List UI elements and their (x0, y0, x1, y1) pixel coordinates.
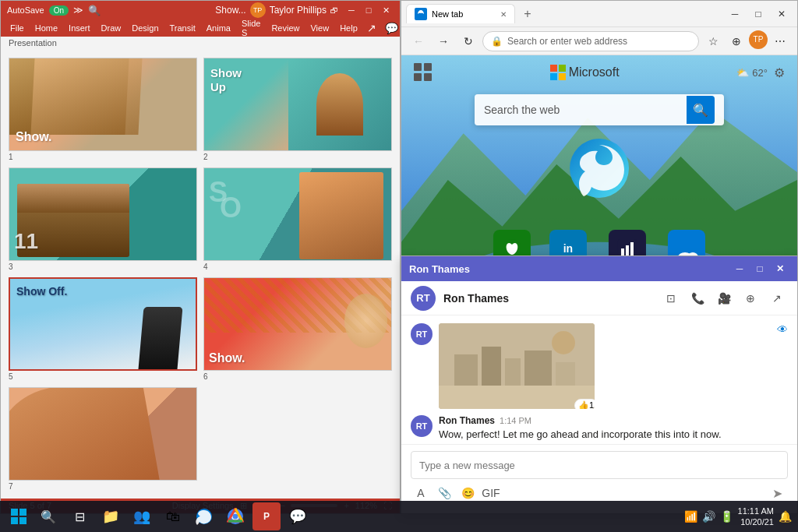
taskbar-file-explorer-icon[interactable]: 📁 (97, 502, 125, 530)
message-reaction[interactable]: 👍1 (574, 399, 595, 409)
edge-tab-newtab[interactable]: New tab ✕ (406, 4, 515, 23)
restore-down-icon[interactable]: 🗗 (327, 2, 342, 18)
screen-share-icon[interactable]: ⊡ (660, 287, 682, 309)
slide-3[interactable]: 11 3 (9, 167, 197, 271)
slide-5[interactable]: Show Off. 5 (9, 277, 197, 381)
teams-chat-window: Ron Thames ─ □ ✕ RT Ron Thames ⊡ 📞 🎥 ⊕ ↗… (401, 255, 798, 514)
weather-widget[interactable]: ⛅ 62° (736, 67, 768, 79)
svg-rect-18 (524, 351, 552, 386)
restore-button[interactable]: □ (750, 259, 769, 278)
more-options-icon[interactable]: ⊕ (740, 287, 761, 309)
minimize-button[interactable]: ─ (344, 2, 359, 18)
slide-1-preview: Show. (9, 58, 197, 151)
slide-7[interactable]: 7 (9, 387, 197, 491)
menu-review[interactable]: Review (267, 22, 304, 34)
user-avatar: TP (250, 2, 266, 18)
teams-contact-avatar: RT (411, 286, 436, 311)
menu-home[interactable]: Home (30, 22, 62, 34)
taskbar-volume-icon[interactable]: 🔊 (702, 510, 715, 523)
time-display: 11:11 AM (738, 506, 774, 516)
taskbar-teams-icon[interactable]: 👥 (128, 502, 156, 530)
taskbar-network-icon[interactable]: 📶 (684, 510, 697, 523)
new-tab-button[interactable]: + (518, 5, 537, 23)
expand-icon[interactable]: ≫ (73, 5, 83, 16)
message-image-inner: 👍1 (439, 323, 595, 409)
video-call-icon[interactable]: 🎥 (713, 287, 735, 309)
edge-tab-close-icon[interactable]: ✕ (500, 10, 507, 19)
edge-tab-title: New tab (432, 9, 496, 19)
ppt-titlebar-left: AutoSave On ≫ 🔍 (7, 5, 215, 16)
search-button[interactable]: 🔍 (687, 96, 715, 124)
menu-anima[interactable]: Anima (202, 22, 235, 34)
slide-5-text: Show Off. (16, 285, 67, 298)
taskbar-search-icon[interactable]: 🔍 (34, 502, 62, 530)
taskbar-teams-chat-icon[interactable]: 💬 (284, 502, 312, 530)
message-row-text: RT Ron Thames 1:14 PM Wow, perfect! Let … (411, 415, 788, 440)
slide-1-number: 1 (9, 153, 197, 161)
slide-1[interactable]: Show. 1 (9, 58, 197, 161)
svg-rect-15 (454, 354, 478, 386)
edge-logo-svg (568, 137, 630, 199)
taskbar-battery-icon[interactable]: 🔋 (720, 510, 733, 523)
slide-7-preview (9, 387, 197, 481)
menu-design[interactable]: Design (127, 22, 163, 34)
teams-header-icons: ⊡ 📞 🎥 ⊕ ↗ (660, 287, 788, 309)
menu-help[interactable]: Help (335, 22, 362, 34)
maximize-button[interactable]: □ (361, 2, 376, 18)
search-box[interactable]: Search the web 🔍 (475, 94, 724, 125)
taskbar-right: 📶 🔊 🔋 11:11 AM 10/20/21 🔔 (684, 506, 792, 528)
slide-2-text: ShowUp (210, 66, 242, 94)
menu-draw[interactable]: Draw (97, 22, 126, 34)
menu-file[interactable]: File (5, 22, 29, 34)
edge-logo (568, 137, 630, 199)
taskbar-time[interactable]: 11:11 AM 10/20/21 (738, 506, 774, 528)
slide-4-preview: S O (203, 167, 392, 261)
edge-toolbar: ← → ↻ 🔒 Search or enter web address ☆ ⊕ … (401, 27, 797, 55)
menu-insert[interactable]: Insert (64, 22, 95, 34)
audio-call-icon[interactable]: 📞 (687, 287, 708, 309)
date-display: 10/20/21 (738, 516, 774, 527)
forward-button[interactable]: → (433, 30, 454, 52)
taskbar-chrome-icon[interactable] (221, 502, 249, 530)
taskbar-notification-icon[interactable]: 🔔 (779, 510, 792, 523)
user-profile-icon[interactable]: TP (749, 30, 768, 49)
close-button[interactable]: ✕ (771, 5, 793, 23)
collections-icon[interactable]: ⊕ (726, 30, 747, 52)
message-input[interactable] (411, 451, 788, 479)
slide-3-preview: 11 (9, 167, 197, 261)
taskbar-task-view-icon[interactable]: ⊟ (65, 502, 94, 530)
minimize-button[interactable]: ─ (724, 5, 746, 23)
minimize-button[interactable]: ─ (730, 259, 749, 278)
menu-transit[interactable]: Transit (165, 22, 200, 34)
ms-apps-icon[interactable] (414, 63, 433, 82)
menu-view[interactable]: View (305, 22, 334, 34)
restore-button[interactable]: □ (747, 5, 769, 23)
settings-icon[interactable]: ⋯ (769, 30, 791, 52)
popout-icon[interactable]: ↗ (766, 287, 788, 309)
close-button[interactable]: ✕ (378, 2, 394, 18)
comment-icon[interactable]: 💬 (384, 20, 400, 36)
slide-3-number: 3 (9, 262, 197, 271)
slide-6[interactable]: Show. 6 (203, 277, 392, 381)
autosave-toggle[interactable]: On (49, 5, 69, 16)
close-button[interactable]: ✕ (771, 259, 789, 278)
share-icon[interactable]: ↗ (364, 20, 380, 36)
slide-2[interactable]: ShowUp 2 (203, 58, 392, 161)
refresh-button[interactable]: ↻ (457, 30, 479, 52)
svg-point-29 (233, 514, 238, 520)
ms-yellow-square (559, 73, 566, 80)
search-icon[interactable]: 🔍 (88, 5, 101, 16)
taskbar-store-icon[interactable]: 🛍 (159, 502, 187, 530)
settings-gear-icon[interactable]: ⚙ (774, 65, 785, 80)
start-button[interactable] (6, 504, 31, 529)
weather-icon: ⛅ (736, 67, 749, 79)
svg-rect-17 (505, 358, 521, 386)
address-bar[interactable]: 🔒 Search or enter web address (482, 31, 699, 51)
back-button[interactable]: ← (408, 30, 429, 52)
message-image: 👍1 (439, 323, 595, 409)
menu-slides[interactable]: Slide S (237, 17, 265, 39)
favorites-icon[interactable]: ☆ (702, 30, 724, 52)
slide-4[interactable]: S O 4 (203, 167, 392, 271)
taskbar-edge-icon[interactable] (190, 502, 218, 530)
taskbar-powerpoint-icon[interactable]: P (252, 502, 281, 530)
